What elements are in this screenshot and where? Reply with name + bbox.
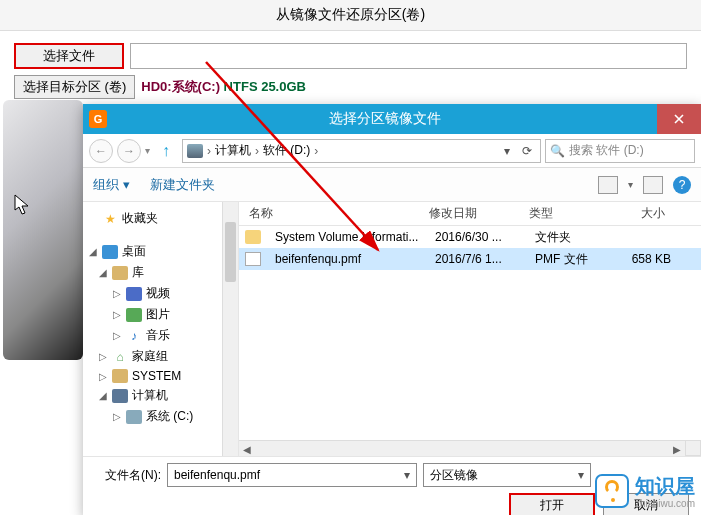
scroll-right-icon[interactable]: ▶ [669,441,685,456]
refresh-icon[interactable]: ⟳ [518,144,536,158]
list-item-selected[interactable]: beifenfenqu.pmf 2016/7/6 1... PMF 文件 658… [239,248,701,270]
nav-forward-button[interactable]: → [117,139,141,163]
file-open-dialog: G 选择分区镜像文件 ← → ▾ ↑ › 计算机 › 软件 (D:) › ▾ ⟳… [83,104,701,515]
tree-item-system[interactable]: SYSTEM [132,369,181,383]
folder-icon [112,369,128,383]
close-button[interactable] [657,104,701,134]
help-button[interactable]: ? [673,176,691,194]
list-header[interactable]: 名称 修改日期 类型 大小 [239,202,701,226]
address-bar: ← → ▾ ↑ › 计算机 › 软件 (D:) › ▾ ⟳ 🔍 搜索 软件 (D… [83,134,701,168]
tree-item-homegroup[interactable]: 家庭组 [132,348,168,365]
watermark: 知识屋 zhishiwu.com [595,473,695,509]
preview-pane-button[interactable] [643,176,663,194]
nav-tree[interactable]: ★收藏夹 ◢桌面 ◢库 ▷视频 ▷图片 ▷♪音乐 ▷⌂家庭组 ▷SYSTEM ◢… [83,202,239,456]
toolbar: 组织 ▾ 新建文件夹 ▾ ? [83,168,701,202]
chevron-down-icon[interactable]: ▾ [145,145,150,156]
search-icon: 🔍 [550,144,565,158]
favorites-icon: ★ [102,212,118,226]
hard-disk-image [3,100,83,360]
col-name[interactable]: 名称 [239,205,429,222]
watermark-icon [595,474,629,508]
chevron-down-icon[interactable]: ▾ [628,179,633,190]
search-input[interactable]: 🔍 搜索 软件 (D:) [545,139,695,163]
tree-item-computer[interactable]: 计算机 [132,387,168,404]
music-icon: ♪ [126,329,142,343]
breadcrumb-seg[interactable]: 计算机 [215,142,251,159]
nav-up-button[interactable]: ↑ [154,139,178,163]
chevron-down-icon[interactable]: ▾ [404,468,410,482]
drive-icon [187,144,203,158]
filename-label: 文件名(N): [95,467,161,484]
open-button[interactable]: 打开 [509,493,595,515]
new-folder-button[interactable]: 新建文件夹 [150,176,215,194]
tree-item-library[interactable]: 库 [132,264,144,281]
nav-back-button[interactable]: ← [89,139,113,163]
library-icon [112,266,128,280]
scroll-corner [685,440,701,456]
chevron-down-icon[interactable]: ▾ [578,468,584,482]
dialog-title: 选择分区镜像文件 [113,110,657,128]
target-partition-text: HD0:系统(C:) NTFS 25.0GB [141,78,306,96]
dialog-titlebar[interactable]: G 选择分区镜像文件 [83,104,701,134]
horizontal-scrollbar[interactable]: ◀ ▶ [239,440,685,456]
restore-window-title: 从镜像文件还原分区(卷) [0,0,701,31]
picture-icon [126,308,142,322]
tree-item-desktop[interactable]: 桌面 [122,243,146,260]
select-file-button[interactable]: 选择文件 [14,43,124,69]
file-type-filter[interactable]: 分区镜像▾ [423,463,591,487]
homegroup-icon: ⌂ [112,350,128,364]
tree-item-video[interactable]: 视频 [146,285,170,302]
tree-item-picture[interactable]: 图片 [146,306,170,323]
file-icon [245,252,261,266]
file-list[interactable]: 名称 修改日期 类型 大小 System Volume Informati...… [239,202,701,456]
computer-icon [112,389,128,403]
breadcrumb-seg[interactable]: 软件 (D:) [263,142,310,159]
tree-item-sysc[interactable]: 系统 (C:) [146,408,193,425]
list-item[interactable]: System Volume Informati... 2016/6/30 ...… [239,226,701,248]
col-date[interactable]: 修改日期 [429,205,529,222]
watermark-url: zhishiwu.com [635,498,695,509]
organize-menu[interactable]: 组织 ▾ [93,176,130,194]
select-target-button[interactable]: 选择目标分区 (卷) [14,75,135,99]
app-icon: G [83,104,113,134]
tree-item-favorites[interactable]: 收藏夹 [122,210,158,227]
image-path-input[interactable] [130,43,687,69]
nav-scrollbar[interactable] [222,202,238,456]
cursor-icon [14,194,32,216]
watermark-text: 知识屋 [635,473,695,500]
desktop-icon [102,245,118,259]
breadcrumb[interactable]: › 计算机 › 软件 (D:) › ▾ ⟳ [182,139,541,163]
filename-input[interactable]: beifenfenqu.pmf▾ [167,463,417,487]
view-icon-button[interactable] [598,176,618,194]
close-icon [674,114,684,124]
col-size[interactable]: 大小 [609,205,679,222]
drive-icon [126,410,142,424]
tree-item-music[interactable]: 音乐 [146,327,170,344]
scroll-left-icon[interactable]: ◀ [239,441,255,456]
col-type[interactable]: 类型 [529,205,609,222]
folder-icon [245,230,261,244]
video-icon [126,287,142,301]
